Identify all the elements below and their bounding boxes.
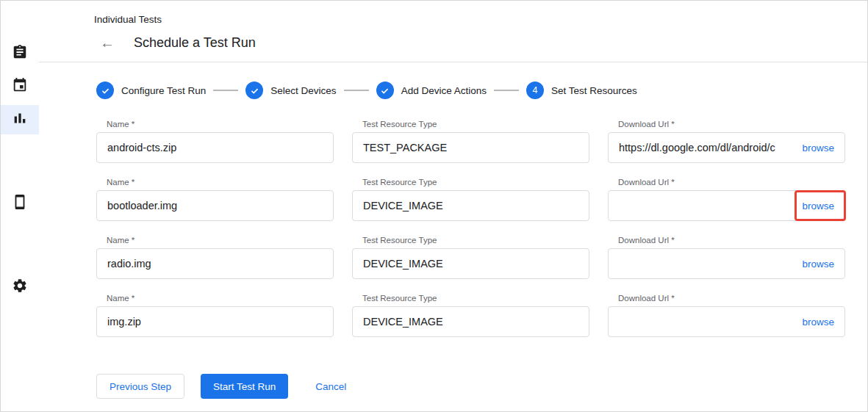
- resource-type-field: Test Resource Type DEVICE_IMAGE: [352, 178, 589, 221]
- breadcrumb: Individual Tests: [94, 14, 867, 25]
- step-check-icon: [96, 82, 114, 99]
- name-field: Name * img.zip: [96, 294, 334, 337]
- field-label: Name *: [96, 178, 334, 187]
- sidebar-item-plans[interactable]: [1, 72, 39, 101]
- field-value: radio.img: [107, 258, 323, 270]
- sidebar-item-settings[interactable]: [1, 272, 39, 302]
- calendar-icon: [12, 77, 28, 96]
- download-url-input[interactable]: browse: [608, 248, 845, 279]
- name-input[interactable]: bootloader.img: [96, 190, 334, 221]
- download-url-input[interactable]: https://dl.google.com/dl/android/c brows…: [608, 132, 845, 163]
- step-label: Select Devices: [270, 85, 336, 96]
- resource-type-field: Test Resource Type DEVICE_IMAGE: [352, 294, 589, 337]
- browse-button[interactable]: browse: [802, 200, 834, 212]
- start-test-run-button[interactable]: Start Test Run: [201, 374, 288, 399]
- download-url-field: Download Url * browse: [608, 236, 845, 279]
- step-connector: [213, 90, 238, 91]
- field-label: Download Url *: [608, 178, 845, 187]
- field-label: Download Url *: [608, 120, 845, 129]
- step-check-icon: [376, 82, 394, 99]
- download-url-field: Download Url * browse: [608, 178, 845, 221]
- download-url-field: Download Url * browse: [608, 294, 845, 337]
- step-set-test-resources[interactable]: 4 Set Test Resources: [526, 82, 637, 99]
- field-value: DEVICE_IMAGE: [363, 200, 578, 212]
- download-url-input[interactable]: browse: [608, 190, 845, 221]
- cancel-button[interactable]: Cancel: [312, 374, 349, 399]
- stepper: Configure Test Run Select Devices Add De…: [96, 82, 845, 99]
- footer-actions: Previous Step Start Test Run Cancel: [96, 374, 845, 399]
- browse-button[interactable]: browse: [802, 259, 834, 270]
- back-arrow-icon: ←: [100, 35, 115, 51]
- name-field: Name * bootloader.img: [96, 178, 334, 221]
- resource-type-input[interactable]: DEVICE_IMAGE: [352, 306, 589, 337]
- field-label: Name *: [96, 294, 334, 303]
- resource-type-input[interactable]: DEVICE_IMAGE: [352, 248, 589, 279]
- name-input[interactable]: android-cts.zip: [96, 132, 334, 163]
- step-label: Set Test Resources: [551, 85, 637, 96]
- step-number: 4: [526, 82, 544, 99]
- field-label: Download Url *: [608, 236, 845, 245]
- resource-type-field: Test Resource Type DEVICE_IMAGE: [352, 236, 589, 279]
- page-header: Individual Tests ← Schedule a Test Run: [39, 1, 867, 62]
- step-connector: [494, 90, 519, 91]
- field-value: DEVICE_IMAGE: [363, 316, 578, 328]
- step-connector: [344, 90, 369, 91]
- field-label: Test Resource Type: [352, 120, 589, 129]
- field-label: Name *: [96, 120, 334, 129]
- test-resources-form: Name * android-cts.zip Test Resource Typ…: [96, 120, 845, 337]
- main-area: Individual Tests ← Schedule a Test Run C…: [39, 1, 867, 411]
- name-input[interactable]: radio.img: [96, 248, 334, 279]
- step-label: Add Device Actions: [401, 85, 487, 96]
- field-label: Download Url *: [608, 294, 845, 303]
- field-value: bootloader.img: [107, 200, 323, 212]
- sidebar-item-test-runs[interactable]: [1, 105, 39, 134]
- step-check-icon: [245, 82, 263, 99]
- field-value: img.zip: [107, 316, 323, 328]
- step-configure-test-run[interactable]: Configure Test Run: [96, 82, 206, 99]
- sidebar-item-tests[interactable]: [1, 39, 39, 68]
- field-value: TEST_PACKAGE: [363, 142, 578, 153]
- back-button[interactable]: ←: [98, 34, 116, 51]
- resource-type-input[interactable]: TEST_PACKAGE: [352, 132, 589, 163]
- field-label: Test Resource Type: [352, 236, 589, 245]
- resource-type-input[interactable]: DEVICE_IMAGE: [352, 190, 589, 221]
- name-field: Name * radio.img: [96, 236, 334, 279]
- name-field: Name * android-cts.zip: [96, 120, 334, 163]
- app-window: Individual Tests ← Schedule a Test Run C…: [0, 0, 868, 412]
- field-value: android-cts.zip: [107, 142, 323, 153]
- field-value: DEVICE_IMAGE: [363, 258, 578, 270]
- browse-button[interactable]: browse: [802, 142, 834, 153]
- step-select-devices[interactable]: Select Devices: [245, 82, 336, 99]
- step-add-device-actions[interactable]: Add Device Actions: [376, 82, 487, 99]
- browse-button[interactable]: browse: [802, 317, 834, 328]
- field-value: https://dl.google.com/dl/android/c: [619, 142, 795, 153]
- sidebar-item-devices[interactable]: [1, 189, 39, 218]
- step-label: Configure Test Run: [121, 85, 206, 96]
- name-input[interactable]: img.zip: [96, 306, 334, 337]
- download-url-input[interactable]: browse: [608, 306, 845, 337]
- field-label: Test Resource Type: [352, 178, 589, 187]
- page-title: Schedule a Test Run: [134, 35, 256, 51]
- previous-step-button[interactable]: Previous Step: [96, 374, 184, 399]
- download-url-field: Download Url * https://dl.google.com/dl/…: [608, 120, 845, 163]
- bar-chart-icon: [12, 110, 28, 129]
- field-label: Test Resource Type: [352, 294, 589, 303]
- field-label: Name *: [96, 236, 334, 245]
- phone-icon: [12, 194, 28, 213]
- sidebar: [1, 1, 39, 411]
- resource-type-field: Test Resource Type TEST_PACKAGE: [352, 120, 589, 163]
- gear-icon: [12, 278, 28, 297]
- assignment-icon: [12, 44, 28, 63]
